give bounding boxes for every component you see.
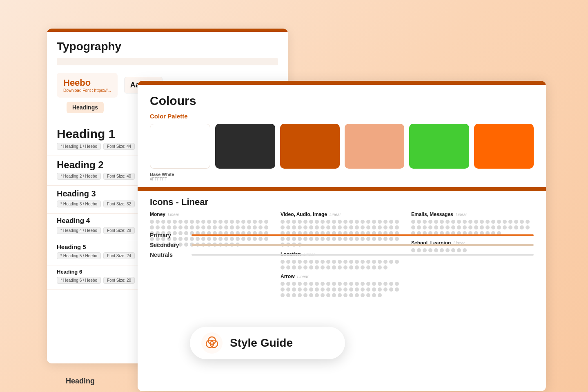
heading3-tag: * Heading 3 / Heebo [57, 200, 101, 207]
typography-title: Typography [47, 32, 288, 58]
font-name: Heebo [63, 78, 111, 88]
swatch-salmon [345, 124, 404, 169]
icon-col-emails-name: Emails, Messages [411, 212, 453, 217]
headings-label: Headings [67, 102, 104, 113]
section-divider [138, 187, 546, 191]
font-download: Download Font : https://f... [63, 88, 111, 93]
primary-label: Primary [150, 232, 187, 238]
circles-icon [205, 336, 219, 350]
white-label-block: Base White #FFFFFF [150, 171, 534, 185]
icon-col-money-name: Money [150, 212, 165, 217]
heading5-tag: * Heading 5 / Heebo [57, 252, 101, 259]
heading4-size: Font Size: 28 [103, 227, 135, 234]
style-guide-title: Style Guide [230, 336, 293, 350]
heading1-tag: * Heading 1 / Heebo [57, 143, 101, 150]
colours-top-area: Base White #FFFFFF [138, 124, 546, 185]
colours-top-bar [138, 81, 546, 85]
heading6-tag: * Heading 6 / Heebo [57, 277, 101, 284]
heading5-size: Font Size: 24 [103, 252, 135, 259]
style-guide-pill: Style Guide [190, 327, 345, 359]
bottom-heading: Heading [66, 377, 95, 385]
swatch-white [150, 124, 210, 169]
icon-col-arrow-type: Linear [297, 274, 309, 279]
swatch-dark [215, 124, 275, 169]
icon-col-video-name: Video, Audio, Image [281, 212, 327, 217]
heading6-size: Font Size: 20 [103, 277, 135, 284]
swatch-green [409, 124, 469, 169]
colours-title: Colours [138, 85, 546, 111]
style-guide-icon [201, 332, 223, 354]
secondary-color-bar [192, 244, 534, 246]
white-swatch-name: Base White [150, 172, 534, 177]
neutrals-color-bar [192, 254, 534, 256]
heading2-size: Font Size: 40 [103, 173, 135, 180]
heading2-tag: * Heading 2 / Heebo [57, 173, 101, 180]
color-palette-label: Color Palette [138, 111, 546, 124]
swatch-orange [280, 124, 340, 169]
icon-col-money-type: Linear [168, 212, 179, 217]
location-dots [281, 260, 403, 270]
icon-col-emails-type: Linear [456, 212, 467, 217]
icons-linear-title: Icons - Linear [150, 197, 534, 207]
arrow-dots [281, 282, 403, 297]
secondary-label: Secondary [150, 242, 187, 248]
swatch-bright-orange [474, 124, 534, 169]
neutrals-label: Neutrals [150, 252, 187, 258]
heading3-size: Font Size: 32 [103, 200, 135, 207]
icon-col-video-type: Linear [330, 212, 341, 217]
typography-top-bar [47, 29, 288, 32]
swatches-row [150, 124, 534, 169]
heading4-tag: * Heading 4 / Heebo [57, 227, 101, 234]
heading1-size: Font Size: 44 [103, 143, 135, 150]
primary-color-bar [192, 234, 534, 236]
white-swatch-hex: #FFFFFF [150, 177, 534, 181]
icon-col-arrow-name: Arrow [281, 274, 295, 279]
